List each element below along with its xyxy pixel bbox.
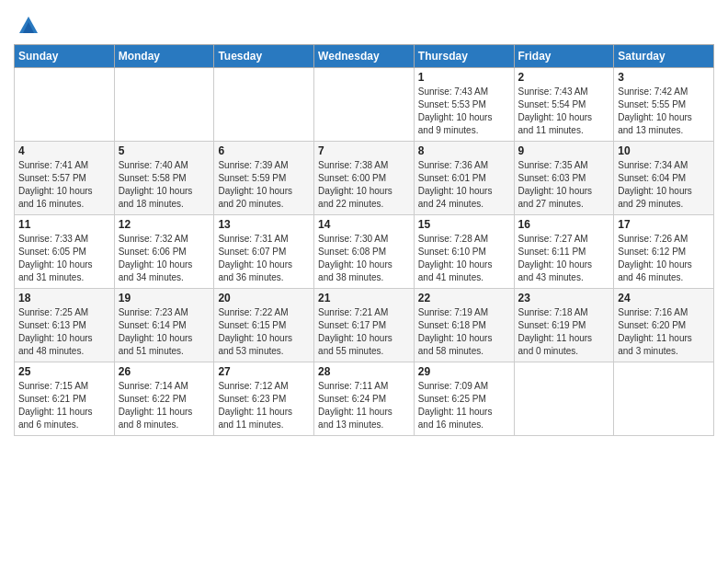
calendar-cell: 16Sunrise: 7:27 AM Sunset: 6:11 PM Dayli… [514,215,614,289]
weekday-header-wednesday: Wednesday [314,45,415,68]
calendar-cell: 18Sunrise: 7:25 AM Sunset: 6:13 PM Dayli… [15,289,115,362]
week-row-3: 11Sunrise: 7:33 AM Sunset: 6:05 PM Dayli… [15,215,714,289]
calendar-cell: 15Sunrise: 7:28 AM Sunset: 6:10 PM Dayli… [414,215,514,289]
calendar-cell [314,68,415,142]
calendar-cell [15,68,115,142]
day-info: Sunrise: 7:36 AM Sunset: 6:01 PM Dayligh… [418,159,510,211]
calendar-cell: 3Sunrise: 7:42 AM Sunset: 5:55 PM Daylig… [614,68,714,142]
day-number: 11 [18,218,110,231]
day-info: Sunrise: 7:43 AM Sunset: 5:53 PM Dayligh… [418,86,510,137]
day-number: 25 [18,365,110,378]
day-info: Sunrise: 7:38 AM Sunset: 6:00 PM Dayligh… [318,159,410,211]
calendar-cell: 11Sunrise: 7:33 AM Sunset: 6:05 PM Dayli… [15,215,115,289]
day-info: Sunrise: 7:21 AM Sunset: 6:17 PM Dayligh… [318,306,410,358]
day-number: 13 [218,218,310,231]
calendar-cell: 7Sunrise: 7:38 AM Sunset: 6:00 PM Daylig… [314,142,415,215]
day-number: 24 [618,292,710,304]
day-number: 4 [18,144,110,157]
weekday-header-thursday: Thursday [414,45,514,68]
day-info: Sunrise: 7:31 AM Sunset: 6:07 PM Dayligh… [218,233,310,284]
day-number: 10 [618,144,710,157]
day-number: 1 [418,71,510,84]
weekday-header-sunday: Sunday [15,45,115,68]
calendar-cell: 12Sunrise: 7:32 AM Sunset: 6:06 PM Dayli… [114,215,214,289]
calendar-cell: 1Sunrise: 7:43 AM Sunset: 5:53 PM Daylig… [414,68,514,142]
calendar-cell: 4Sunrise: 7:41 AM Sunset: 5:57 PM Daylig… [15,142,115,215]
weekday-header-monday: Monday [114,45,214,68]
calendar-cell: 19Sunrise: 7:23 AM Sunset: 6:14 PM Dayli… [114,289,214,362]
day-info: Sunrise: 7:40 AM Sunset: 5:58 PM Dayligh… [119,159,210,211]
day-number: 3 [618,71,710,84]
day-info: Sunrise: 7:28 AM Sunset: 6:10 PM Dayligh… [418,233,510,284]
calendar-cell: 2Sunrise: 7:43 AM Sunset: 5:54 PM Daylig… [514,68,614,142]
calendar-cell: 24Sunrise: 7:16 AM Sunset: 6:20 PM Dayli… [614,289,714,362]
day-info: Sunrise: 7:16 AM Sunset: 6:20 PM Dayligh… [618,306,710,358]
calendar-cell: 8Sunrise: 7:36 AM Sunset: 6:01 PM Daylig… [414,142,514,215]
day-number: 28 [318,365,410,378]
calendar-cell [214,68,314,142]
day-info: Sunrise: 7:09 AM Sunset: 6:25 PM Dayligh… [418,380,510,431]
weekday-header-tuesday: Tuesday [214,45,314,68]
calendar-cell: 6Sunrise: 7:39 AM Sunset: 5:59 PM Daylig… [214,142,314,215]
day-info: Sunrise: 7:14 AM Sunset: 6:22 PM Dayligh… [119,380,210,431]
calendar-cell: 10Sunrise: 7:34 AM Sunset: 6:04 PM Dayli… [614,142,714,215]
week-row-2: 4Sunrise: 7:41 AM Sunset: 5:57 PM Daylig… [15,142,714,215]
week-row-1: 1Sunrise: 7:43 AM Sunset: 5:53 PM Daylig… [15,68,714,142]
calendar-cell: 26Sunrise: 7:14 AM Sunset: 6:22 PM Dayli… [114,362,214,436]
week-row-4: 18Sunrise: 7:25 AM Sunset: 6:13 PM Dayli… [15,289,714,362]
calendar-cell: 21Sunrise: 7:21 AM Sunset: 6:17 PM Dayli… [314,289,415,362]
day-info: Sunrise: 7:26 AM Sunset: 6:12 PM Dayligh… [618,233,710,284]
day-number: 14 [318,218,410,231]
page-header [14,9,714,39]
day-number: 5 [119,144,210,157]
calendar-cell: 25Sunrise: 7:15 AM Sunset: 6:21 PM Dayli… [15,362,115,436]
day-number: 7 [318,144,410,157]
day-number: 15 [418,218,510,231]
calendar-table: SundayMondayTuesdayWednesdayThursdayFrid… [14,44,714,436]
calendar-cell [114,68,214,142]
weekday-header-friday: Friday [514,45,614,68]
day-info: Sunrise: 7:33 AM Sunset: 6:05 PM Dayligh… [18,233,110,284]
day-number: 16 [518,218,610,231]
day-info: Sunrise: 7:39 AM Sunset: 5:59 PM Dayligh… [218,159,310,211]
day-info: Sunrise: 7:30 AM Sunset: 6:08 PM Dayligh… [318,233,410,284]
day-info: Sunrise: 7:34 AM Sunset: 6:04 PM Dayligh… [618,159,710,211]
day-number: 19 [119,292,210,304]
calendar-cell: 14Sunrise: 7:30 AM Sunset: 6:08 PM Dayli… [314,215,415,289]
day-info: Sunrise: 7:35 AM Sunset: 6:03 PM Dayligh… [518,159,610,211]
day-number: 18 [18,292,110,304]
calendar-cell: 28Sunrise: 7:11 AM Sunset: 6:24 PM Dayli… [314,362,415,436]
logo [14,13,41,39]
day-number: 9 [518,144,610,157]
day-info: Sunrise: 7:25 AM Sunset: 6:13 PM Dayligh… [18,306,110,358]
day-info: Sunrise: 7:11 AM Sunset: 6:24 PM Dayligh… [318,380,410,431]
day-number: 23 [518,292,610,304]
day-number: 27 [218,365,310,378]
day-number: 21 [318,292,410,304]
day-number: 20 [218,292,310,304]
day-info: Sunrise: 7:27 AM Sunset: 6:11 PM Dayligh… [518,233,610,284]
day-info: Sunrise: 7:19 AM Sunset: 6:18 PM Dayligh… [418,306,510,358]
day-info: Sunrise: 7:43 AM Sunset: 5:54 PM Dayligh… [518,86,610,137]
weekday-header-saturday: Saturday [614,45,714,68]
calendar-cell: 5Sunrise: 7:40 AM Sunset: 5:58 PM Daylig… [114,142,214,215]
calendar-cell: 20Sunrise: 7:22 AM Sunset: 6:15 PM Dayli… [214,289,314,362]
calendar-cell: 17Sunrise: 7:26 AM Sunset: 6:12 PM Dayli… [614,215,714,289]
day-info: Sunrise: 7:15 AM Sunset: 6:21 PM Dayligh… [18,380,110,431]
day-number: 22 [418,292,510,304]
calendar-cell: 27Sunrise: 7:12 AM Sunset: 6:23 PM Dayli… [214,362,314,436]
logo-icon [16,13,41,39]
day-number: 12 [119,218,210,231]
day-info: Sunrise: 7:22 AM Sunset: 6:15 PM Dayligh… [218,306,310,358]
day-number: 17 [618,218,710,231]
calendar-cell [614,362,714,436]
day-info: Sunrise: 7:32 AM Sunset: 6:06 PM Dayligh… [119,233,210,284]
week-row-5: 25Sunrise: 7:15 AM Sunset: 6:21 PM Dayli… [15,362,714,436]
day-number: 2 [518,71,610,84]
weekday-header-row: SundayMondayTuesdayWednesdayThursdayFrid… [15,45,714,68]
day-number: 29 [418,365,510,378]
calendar-cell: 23Sunrise: 7:18 AM Sunset: 6:19 PM Dayli… [514,289,614,362]
calendar-cell: 13Sunrise: 7:31 AM Sunset: 6:07 PM Dayli… [214,215,314,289]
day-info: Sunrise: 7:42 AM Sunset: 5:55 PM Dayligh… [618,86,710,137]
day-number: 26 [119,365,210,378]
